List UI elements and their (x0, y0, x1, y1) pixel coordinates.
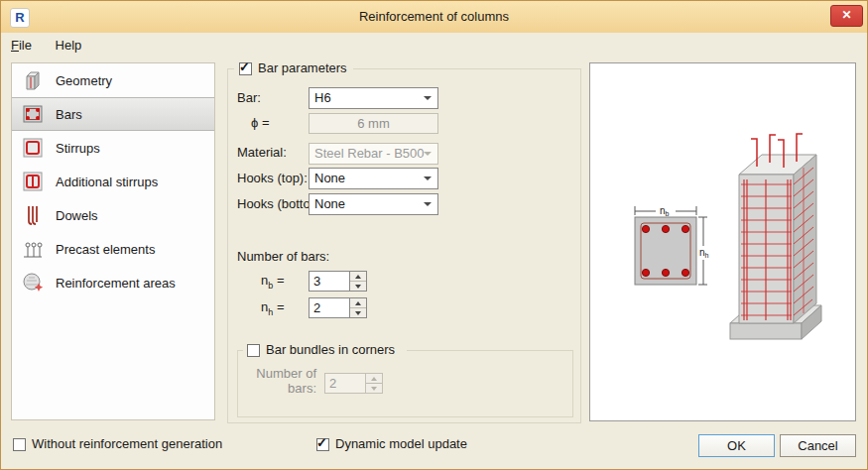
nh-label: nh = (261, 297, 284, 317)
sidebar-item-geometry[interactable]: Geometry (12, 63, 214, 97)
bundles-spinner-value: 2 (324, 373, 366, 394)
nh-spinner-value[interactable]: 2 (309, 297, 350, 318)
sidebar-item-label: Bars (56, 107, 82, 122)
material-combobox-value: Steel Rebar - B500 (314, 146, 425, 161)
additional-stirrups-icon (20, 169, 46, 194)
nb-spinner-value[interactable]: 3 (309, 271, 350, 292)
sidebar-item-bars[interactable]: Bars (12, 97, 214, 131)
menubar: File Help (1, 33, 867, 59)
precast-elements-icon (20, 236, 46, 262)
material-label: Material: (237, 143, 287, 163)
dialog-reinforcement-of-columns: R Reinforcement of columns ✕ File Help G… (0, 0, 868, 470)
sidebar-item-stirrups[interactable]: Stirrups (12, 131, 214, 165)
bundles-spinner-down-icon (366, 384, 382, 393)
phi-label: ϕ = (251, 113, 269, 133)
column-preview-drawing: nb nh (590, 63, 855, 420)
hooks-top-combobox-value: None (314, 171, 345, 185)
hooks-bottom-combobox-value: None (314, 196, 345, 211)
without-reinforcement-checkbox[interactable] (13, 438, 26, 451)
cancel-button[interactable]: Cancel (780, 434, 856, 457)
nh-label-eq: = (277, 299, 285, 314)
menu-help[interactable]: Help (46, 33, 92, 58)
bar-parameters-checkbox[interactable] (239, 62, 252, 75)
without-reinforcement-label: Without reinforcement generation (32, 434, 222, 454)
nb-spinner-up-icon[interactable] (350, 272, 366, 282)
chevron-down-icon (424, 152, 432, 156)
hooks-top-combobox[interactable]: None (309, 168, 438, 189)
sidebar-item-dowels[interactable]: Dowels (12, 198, 214, 232)
hooks-top-label: Hooks (top): (237, 169, 308, 188)
nh-spinner-up-icon[interactable] (350, 298, 366, 308)
bundles-spinner: 2 (324, 373, 383, 394)
sidebar-item-reinforcement-areas[interactable]: Reinforcement areas (12, 266, 214, 299)
nb-label-sub: b (268, 281, 273, 291)
nh-spinner-buttons (350, 297, 367, 318)
bundles-spinner-buttons (366, 373, 383, 394)
sidebar-item-label: Additional stirrups (56, 175, 158, 189)
cross-section (635, 217, 696, 285)
bar-bundles-checkbox[interactable] (247, 344, 260, 357)
sidebar-item-label: Dowels (56, 208, 98, 223)
chevron-down-icon (424, 176, 432, 180)
sidebar-item-additional-stirrups[interactable]: Additional stirrups (12, 165, 214, 198)
bar-combobox[interactable]: H6 (309, 87, 438, 109)
nb-spinner-down-icon[interactable] (350, 282, 366, 291)
nb-spinner[interactable]: 3 (309, 271, 367, 292)
sidebar-item-label: Reinforcement areas (56, 276, 176, 291)
window-title: Reinforcement of columns (1, 9, 867, 24)
nh-spinner-down-icon[interactable] (350, 308, 366, 317)
diameter-field: 6 mm (309, 113, 438, 134)
dowels-icon (20, 202, 46, 228)
nb-label-eq: = (277, 273, 285, 288)
column-preview-panel: nb nh (589, 62, 856, 421)
nh-spinner[interactable]: 2 (309, 297, 367, 318)
bar-label: Bar: (237, 88, 261, 108)
material-combobox[interactable]: Steel Rebar - B500 (309, 143, 438, 165)
menu-file[interactable]: File (1, 33, 42, 58)
dynamic-model-update-label: Dynamic model update (335, 434, 467, 454)
bar-parameters-group-label: Bar parameters (258, 59, 347, 78)
nh-label-sub: h (268, 307, 273, 317)
geometry-icon (20, 67, 46, 93)
dimension-nb-label: nb (660, 205, 670, 217)
sidebar: Geometry Bars Stirrups Additional stirru… (11, 62, 215, 420)
bundles-number-of-bars-label: Number of bars: (255, 366, 316, 396)
close-button[interactable]: ✕ (830, 5, 863, 27)
reinforcement-areas-icon (20, 270, 46, 295)
hooks-bottom-combobox[interactable]: None (309, 193, 438, 215)
chevron-down-icon (424, 202, 432, 206)
sidebar-item-label: Precast elements (56, 242, 155, 257)
ok-button[interactable]: OK (698, 434, 775, 457)
sidebar-item-label: Stirrups (56, 141, 100, 156)
titlebar[interactable]: R Reinforcement of columns ✕ (1, 1, 867, 33)
sidebar-item-precast-elements[interactable]: Precast elements (12, 232, 214, 266)
bar-bundles-group-label: Bar bundles in corners (266, 340, 395, 360)
nb-spinner-buttons (350, 271, 367, 292)
chevron-down-icon (424, 96, 432, 100)
number-of-bars-label: Number of bars: (237, 247, 329, 267)
sidebar-item-label: Geometry (56, 73, 112, 88)
nb-label: nb = (261, 271, 284, 291)
dynamic-model-update-checkbox[interactable] (316, 438, 329, 451)
bars-icon (20, 101, 46, 127)
stirrups-icon (20, 135, 46, 161)
bundles-spinner-up-icon (366, 374, 382, 384)
dimension-nh-label: nh (699, 247, 709, 259)
bar-combobox-value: H6 (314, 90, 331, 105)
